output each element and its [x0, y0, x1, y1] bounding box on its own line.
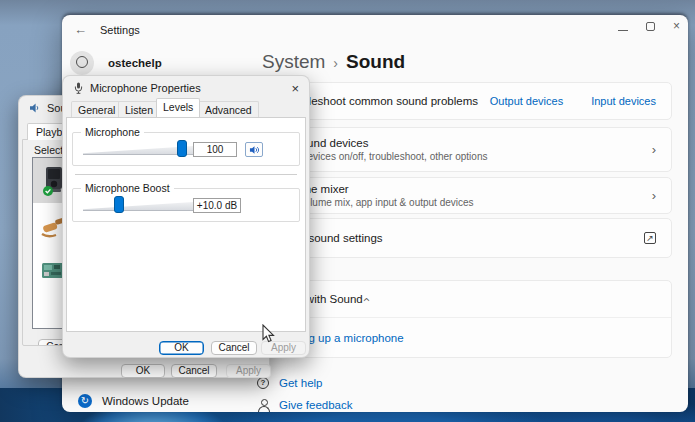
desktop-wallpaper: ← Settings × ostechelp System›Sound Trou…: [0, 0, 695, 422]
levels-tab-page: Microphone 100 Microphone Boost +10.0: [66, 117, 306, 332]
windows-update-label: Windows Update: [102, 395, 189, 407]
card-volume-mixer[interactable]: Volume mixer App volume mix, app input &…: [262, 177, 672, 214]
tab-levels[interactable]: Levels: [156, 98, 200, 117]
chevron-right-icon: ›: [652, 142, 656, 157]
help-icon: ?: [257, 377, 269, 389]
close-icon[interactable]: ×: [291, 81, 299, 96]
card-troubleshoot: Troubleshoot common sound problems Outpu…: [262, 82, 672, 120]
mic-volume-thumb[interactable]: [177, 140, 187, 157]
card-more-sound-settings[interactable]: More sound settings ↗: [262, 218, 672, 258]
card-help-with-sound: Help with Sound › Setting up a microphon…: [262, 280, 672, 358]
microphone-group-label: Microphone: [81, 126, 144, 138]
microphone-properties-dialog: Microphone Properties × General Listen L…: [62, 75, 310, 358]
back-icon[interactable]: ←: [74, 22, 87, 37]
sound-ok-button[interactable]: OK: [121, 364, 165, 378]
microphone-icon: [73, 82, 84, 94]
breadcrumb-parent[interactable]: System: [262, 51, 325, 72]
breadcrumb-separator-icon: ›: [333, 55, 338, 71]
help-card-header[interactable]: Help with Sound ›: [263, 281, 671, 318]
breadcrumb: System›Sound: [262, 51, 405, 73]
tab-advanced[interactable]: Advanced: [198, 101, 259, 117]
settings-titlebar: ← Settings ×: [62, 15, 688, 49]
speaker-icon: [29, 102, 41, 114]
give-feedback-label: Give feedback: [279, 399, 353, 411]
mic-apply-button: Apply: [261, 341, 306, 355]
card-title: All sound devices: [279, 137, 487, 149]
tab-general[interactable]: General: [71, 101, 122, 117]
get-help-link[interactable]: ? Get help: [257, 377, 322, 389]
mic-ok-button[interactable]: OK: [159, 341, 204, 355]
sidebar-item-windows-update[interactable]: ↻ Windows Update: [78, 394, 189, 408]
settings-window-title: Settings: [100, 24, 140, 36]
user-account[interactable]: ostechelp: [70, 51, 162, 75]
page-title: Sound: [346, 51, 405, 72]
mouse-cursor: [262, 324, 275, 343]
mic-cancel-button[interactable]: Cancel: [211, 341, 257, 355]
input-devices-link[interactable]: Input devices: [591, 95, 656, 107]
mic-tab-bar: General Listen Levels Advanced: [66, 98, 306, 117]
mic-dialog-titlebar: Microphone Properties ×: [63, 76, 309, 100]
tab-listen[interactable]: Listen: [118, 101, 160, 117]
microphone-boost-label: Microphone Boost: [81, 182, 174, 194]
chevron-up-icon: ›: [357, 297, 372, 301]
mic-mute-button[interactable]: [245, 142, 263, 157]
card-subtitle: Turn devices on/off, troubleshoot, other…: [279, 151, 487, 162]
microphone-group: Microphone 100: [72, 132, 300, 166]
maximize-icon[interactable]: [646, 22, 655, 31]
sound-cancel-button[interactable]: Cancel: [171, 364, 217, 378]
chevron-right-icon: ›: [652, 188, 656, 203]
external-link-icon: ↗: [644, 232, 656, 244]
give-feedback-link[interactable]: Give feedback: [257, 399, 353, 411]
boost-track[interactable]: [83, 202, 193, 211]
speaker-volume-icon: [249, 145, 260, 155]
minimize-icon[interactable]: [618, 30, 628, 31]
help-link-row: Setting up a microphone: [263, 318, 671, 358]
microphone-boost-group: Microphone Boost +10.0 dB: [72, 188, 300, 222]
window-controls: ×: [618, 21, 680, 31]
card-all-sound-devices[interactable]: All sound devices Turn devices on/off, t…: [262, 127, 672, 172]
username: ostechelp: [108, 57, 162, 69]
sound-apply-button: Apply: [226, 364, 271, 378]
feedback-person-icon: [257, 399, 269, 411]
get-help-label: Get help: [279, 377, 322, 389]
mic-volume-value[interactable]: 100: [193, 142, 237, 157]
avatar: [70, 51, 94, 75]
boost-value: +10.0 dB: [193, 198, 241, 213]
windows-update-icon: ↻: [78, 394, 92, 408]
mic-dialog-title: Microphone Properties: [90, 82, 201, 94]
close-icon[interactable]: ×: [673, 21, 680, 31]
boost-thumb[interactable]: [114, 196, 124, 213]
output-devices-link[interactable]: Output devices: [490, 95, 563, 107]
section-divider: [75, 174, 297, 175]
